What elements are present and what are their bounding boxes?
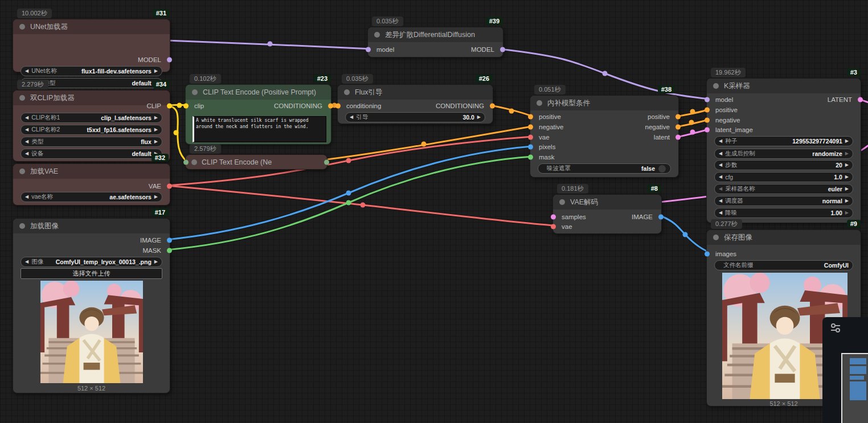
prev-arrow-icon[interactable]: ◀ bbox=[25, 151, 28, 156]
output-slot-conditioning[interactable]: CONDITIONING bbox=[338, 101, 493, 111]
next-arrow-icon[interactable]: ▶ bbox=[154, 128, 158, 132]
output-slot-clip[interactable]: CLIP bbox=[13, 101, 170, 111]
output-slot-model[interactable]: MODEL bbox=[13, 55, 170, 65]
input-slot-negative[interactable]: negative bbox=[707, 115, 861, 125]
node-differential-diffusion[interactable]: 0.035秒 #39 差异扩散DifferentialDiffusion mod… bbox=[367, 27, 503, 58]
next-arrow-icon[interactable]: ▶ bbox=[154, 260, 158, 264]
node-ksampler[interactable]: 19.962秒 #3 K采样器 model positive negative … bbox=[706, 78, 861, 223]
vae-output-dot[interactable] bbox=[167, 184, 172, 189]
widget-control-after-generate[interactable]: ◀ 生成后控制 randomize ▶ bbox=[714, 149, 853, 159]
widget-noise-mask-toggle[interactable]: 噪波遮罩 false bbox=[538, 163, 671, 174]
prev-arrow-icon[interactable]: ◀ bbox=[25, 260, 28, 264]
node-flux-guidance[interactable]: 0.035秒 #26 Flux引导 conditioning CONDITION… bbox=[337, 84, 493, 124]
next-arrow-icon[interactable]: ▶ bbox=[845, 211, 849, 215]
latent-output-dot[interactable] bbox=[675, 135, 681, 140]
prev-arrow-icon[interactable]: ◀ bbox=[25, 116, 28, 120]
clip-output-dot[interactable] bbox=[167, 104, 172, 109]
mask-input-dot[interactable] bbox=[528, 155, 533, 160]
node-title-bar[interactable]: 加载图像 bbox=[13, 219, 170, 233]
output-slot-latent[interactable]: latent bbox=[530, 132, 678, 142]
input-slot-latent-image[interactable]: latent_image bbox=[707, 125, 861, 135]
next-arrow-icon[interactable]: ▶ bbox=[154, 116, 158, 120]
positive-input-dot[interactable] bbox=[705, 108, 710, 113]
collapse-dot-icon[interactable] bbox=[344, 89, 350, 95]
collapse-dot-icon[interactable] bbox=[191, 159, 197, 165]
toggle-knob-icon[interactable] bbox=[658, 165, 666, 173]
node-dual-clip-loader[interactable]: 2.279秒 #34 双CLIP加载器 CLIP ◀ CLIP名称1 clip_… bbox=[13, 90, 170, 162]
prev-arrow-icon[interactable]: ◀ bbox=[719, 151, 722, 156]
next-arrow-icon[interactable]: ▶ bbox=[845, 175, 849, 179]
model-output-dot[interactable] bbox=[167, 58, 172, 63]
minimap-viewport[interactable] bbox=[841, 353, 868, 423]
node-title-bar[interactable]: Flux引导 bbox=[338, 85, 493, 100]
widget-cfg[interactable]: ◀ cfg 1.0 ▶ bbox=[714, 172, 853, 182]
next-arrow-icon[interactable]: ▶ bbox=[845, 199, 849, 203]
widget-scheduler[interactable]: ◀ 调度器 normal ▶ bbox=[714, 196, 853, 206]
upload-file-button[interactable]: 选择文件上传 bbox=[21, 268, 162, 279]
collapse-dot-icon[interactable] bbox=[713, 235, 719, 240]
next-arrow-icon[interactable]: ▶ bbox=[154, 195, 158, 199]
widget-image-file[interactable]: ◀ 图像 ComfyUI_temp_lryox_00013_.png ▶ bbox=[21, 257, 162, 267]
conditioning-output-dot[interactable] bbox=[328, 104, 333, 109]
widget-denoise[interactable]: ◀ 降噪 1.00 ▶ bbox=[714, 208, 853, 218]
latent-output-dot[interactable] bbox=[858, 97, 863, 102]
node-clip-text-encode-negative-collapsed[interactable]: 2.579秒 CLIP Text Encode (Ne bbox=[185, 154, 327, 170]
next-arrow-icon[interactable]: ▶ bbox=[845, 163, 849, 167]
output-slot-vae[interactable]: VAE bbox=[13, 181, 170, 191]
image-output-dot[interactable] bbox=[658, 215, 664, 220]
prev-arrow-icon[interactable]: ◀ bbox=[25, 139, 28, 144]
widget-device[interactable]: ◀ 设备 default ▶ bbox=[21, 149, 162, 159]
collapse-dot-icon[interactable] bbox=[19, 223, 25, 229]
prev-arrow-icon[interactable]: ◀ bbox=[719, 211, 722, 215]
node-title-bar[interactable]: 差异扩散DifferentialDiffusion bbox=[368, 27, 503, 42]
node-title-bar[interactable]: 保存图像 bbox=[707, 230, 861, 245]
collapse-dot-icon[interactable] bbox=[19, 95, 25, 101]
widget-clip-name2[interactable]: ◀ CLIP名称2 t5xxl_fp16.safetensors ▶ bbox=[21, 125, 162, 135]
widget-guidance[interactable]: ◀ 引导 30.0 ▶ bbox=[345, 112, 485, 122]
input-slot-pixels[interactable]: pixels bbox=[530, 142, 678, 152]
next-arrow-icon[interactable]: ▶ bbox=[477, 115, 481, 120]
node-load-vae[interactable]: #32 加载VAE VAE ◀ vae名称 ae.safetensors ▶ bbox=[13, 163, 170, 206]
next-arrow-icon[interactable]: ▶ bbox=[845, 139, 849, 143]
widget-clip-type[interactable]: ◀ 类型 flux ▶ bbox=[21, 137, 162, 147]
collapse-dot-icon[interactable] bbox=[559, 199, 565, 205]
output-slot-conditioning[interactable]: CONDITIONING bbox=[186, 101, 331, 111]
node-title-bar[interactable]: UNet加载器 bbox=[13, 19, 170, 34]
widget-clip-name1[interactable]: ◀ CLIP名称1 clip_l.safetensors ▶ bbox=[21, 113, 162, 123]
widget-steps[interactable]: ◀ 步数 20 ▶ bbox=[714, 160, 853, 170]
prev-arrow-icon[interactable]: ◀ bbox=[719, 175, 722, 179]
pixels-input-dot[interactable] bbox=[528, 145, 533, 150]
node-title-bar[interactable]: K采样器 bbox=[707, 79, 861, 93]
comfyui-graph-canvas[interactable]: 10.002秒 #31 UNet加载器 MODEL ◀ UNet名称 flux1… bbox=[0, 0, 868, 423]
widget-vae-name[interactable]: ◀ vae名称 ae.safetensors ▶ bbox=[21, 192, 162, 202]
input-slot-images[interactable]: images bbox=[707, 249, 861, 259]
node-title-bar[interactable]: 内补模型条件 bbox=[530, 96, 678, 110]
next-arrow-icon[interactable]: ▶ bbox=[154, 69, 158, 73]
mask-output-dot[interactable] bbox=[167, 248, 172, 253]
output-slot-negative[interactable]: negative bbox=[530, 122, 678, 132]
widget-unet-name[interactable]: ◀ UNet名称 flux1-fill-dev.safetensors ▶ bbox=[21, 66, 162, 76]
prev-arrow-icon[interactable]: ◀ bbox=[719, 139, 722, 143]
prompt-textarea[interactable]: A white translucent silk scarf is wrappe… bbox=[193, 116, 326, 142]
node-unet-loader[interactable]: 10.002秒 #31 UNet加载器 MODEL ◀ UNet名称 flux1… bbox=[13, 19, 170, 72]
model-output-dot[interactable] bbox=[500, 47, 505, 52]
collapse-dot-icon[interactable] bbox=[19, 24, 25, 30]
node-clip-text-encode-positive[interactable]: 0.102秒 #23 CLIP Text Encode (Positive Pr… bbox=[185, 84, 331, 145]
output-slot-mask[interactable]: MASK bbox=[13, 245, 170, 256]
next-arrow-icon[interactable]: ▶ bbox=[845, 151, 849, 156]
output-slot-model[interactable]: MODEL bbox=[368, 44, 503, 55]
latent-image-input-dot[interactable] bbox=[705, 128, 710, 133]
minimap-panel[interactable] bbox=[822, 317, 868, 423]
collapsed-input-dot[interactable] bbox=[183, 159, 189, 165]
prev-arrow-icon[interactable]: ◀ bbox=[350, 115, 353, 120]
collapse-dot-icon[interactable] bbox=[374, 32, 380, 38]
node-title-bar[interactable]: CLIP Text Encode (Positive Prompt) bbox=[186, 85, 331, 100]
output-slot-positive[interactable]: positive bbox=[530, 112, 678, 122]
collapse-dot-icon[interactable] bbox=[537, 100, 542, 106]
widget-sampler-name[interactable]: ◀ 采样器名称 euler ▶ bbox=[714, 184, 853, 194]
prev-arrow-icon[interactable]: ◀ bbox=[25, 128, 28, 132]
collapse-dot-icon[interactable] bbox=[19, 169, 25, 174]
graph-settings-icon[interactable] bbox=[829, 322, 842, 334]
node-vae-decode[interactable]: 0.181秒 #8 VAE解码 samples vae IMAGE bbox=[552, 194, 662, 234]
negative-output-dot[interactable] bbox=[675, 125, 681, 130]
